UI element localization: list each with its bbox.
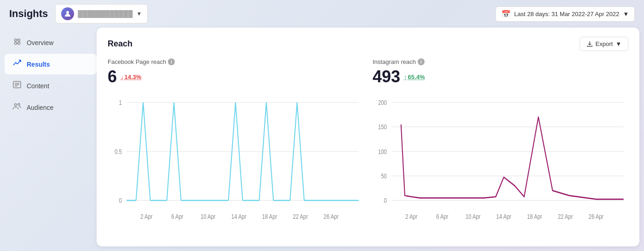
instagram-stat-number: 493	[373, 67, 400, 86]
svg-text:26 Apr: 26 Apr	[324, 213, 339, 221]
instagram-stat-row: 493 ↑ 65.4%	[373, 67, 628, 86]
facebook-stat-row: 6 ↓ 14.3%	[108, 67, 363, 86]
instagram-info-icon[interactable]: i	[418, 58, 425, 65]
svg-text:50: 50	[381, 172, 387, 180]
page-title: Insights	[9, 8, 48, 20]
svg-text:18 Apr: 18 Apr	[262, 213, 277, 221]
svg-text:0.5: 0.5	[115, 148, 122, 155]
date-range-arrow: ▼	[623, 11, 629, 17]
facebook-stat-number: 6	[108, 67, 117, 86]
svg-text:22 Apr: 22 Apr	[293, 213, 308, 221]
export-label: Export	[596, 40, 613, 47]
svg-text:26 Apr: 26 Apr	[589, 213, 604, 221]
instagram-chart-label: Instagram reach i	[373, 58, 628, 65]
svg-point-4	[18, 42, 20, 45]
svg-point-14	[18, 103, 20, 105]
svg-text:10 Apr: 10 Apr	[201, 213, 216, 221]
sidebar-item-audience[interactable]: Audience	[5, 97, 97, 118]
svg-text:150: 150	[378, 123, 387, 131]
svg-point-2	[18, 39, 20, 41]
svg-point-3	[15, 42, 17, 45]
instagram-chart-svg: 200 150 100 50 0 2 Apr 6 Apr 10 Apr 14 A…	[373, 90, 628, 237]
account-name: ████████████	[78, 10, 132, 17]
content-area: Reach Export ▼ Facebook Page reach i 6	[97, 28, 639, 246]
svg-text:18 Apr: 18 Apr	[527, 213, 542, 221]
facebook-change-arrow: ↓	[121, 74, 124, 80]
facebook-stat-change: ↓ 14.3%	[121, 74, 141, 80]
instagram-change-arrow: ↑	[404, 74, 407, 80]
facebook-info-icon[interactable]: i	[168, 58, 175, 65]
svg-point-0	[66, 11, 69, 14]
overview-icon	[12, 37, 22, 48]
svg-text:2 Apr: 2 Apr	[405, 213, 418, 221]
facebook-chart-wrapper: 1 0.5 0 2 Apr 6 Apr 10 Apr 14 Apr 18 Apr…	[108, 90, 363, 237]
header-left: Insights ████████████ ▼	[9, 4, 148, 23]
svg-text:0: 0	[119, 197, 122, 205]
facebook-chart-label: Facebook Page reach i	[108, 58, 363, 65]
account-dropdown-arrow: ▼	[136, 11, 142, 17]
account-avatar	[61, 7, 74, 20]
sidebar-overview-label: Overview	[27, 39, 53, 46]
header: Insights ████████████ ▼ 📅 Last 28 days: …	[0, 0, 644, 28]
facebook-chart-section: Facebook Page reach i 6 ↓ 14.3%	[108, 58, 363, 237]
sidebar-item-results[interactable]: Results	[5, 54, 97, 74]
date-range-label: Last 28 days: 31 Mar 2022-27 Apr 2022	[514, 11, 619, 17]
svg-text:100: 100	[378, 148, 387, 155]
sidebar-results-label: Results	[27, 61, 50, 68]
content-header: Reach Export ▼	[108, 37, 628, 51]
svg-point-13	[15, 104, 17, 106]
sidebar-item-content[interactable]: Content	[5, 75, 97, 96]
svg-text:0: 0	[384, 197, 387, 205]
date-range-selector[interactable]: 📅 Last 28 days: 31 Mar 2022-27 Apr 2022 …	[495, 6, 635, 22]
svg-point-1	[15, 39, 17, 41]
svg-text:6 Apr: 6 Apr	[436, 213, 448, 221]
charts-grid: Facebook Page reach i 6 ↓ 14.3%	[108, 58, 628, 237]
content-icon	[12, 80, 22, 91]
svg-text:2 Apr: 2 Apr	[140, 213, 153, 221]
account-selector[interactable]: ████████████ ▼	[55, 4, 148, 23]
instagram-chart-section: Instagram reach i 493 ↑ 65.4%	[373, 58, 628, 237]
instagram-chart-wrapper: 200 150 100 50 0 2 Apr 6 Apr 10 Apr 14 A…	[373, 90, 628, 237]
facebook-chart-svg: 1 0.5 0 2 Apr 6 Apr 10 Apr 14 Apr 18 Apr…	[108, 90, 363, 237]
export-icon	[586, 41, 593, 47]
instagram-stat-change: ↑ 65.4%	[404, 74, 425, 80]
svg-text:14 Apr: 14 Apr	[231, 213, 247, 221]
sidebar-audience-label: Audience	[27, 104, 53, 111]
sidebar-content-label: Content	[27, 82, 49, 90]
svg-text:1: 1	[119, 99, 122, 107]
reach-title: Reach	[108, 39, 132, 49]
svg-text:10 Apr: 10 Apr	[466, 213, 481, 221]
svg-text:22 Apr: 22 Apr	[558, 213, 573, 221]
svg-text:200: 200	[378, 99, 387, 107]
audience-icon	[12, 102, 22, 113]
sidebar: Overview Results Content	[5, 28, 97, 246]
results-icon	[12, 58, 22, 70]
export-button[interactable]: Export ▼	[580, 37, 628, 51]
svg-text:6 Apr: 6 Apr	[171, 213, 184, 221]
main-layout: Overview Results Content	[0, 28, 644, 251]
export-arrow: ▼	[615, 40, 621, 47]
svg-text:14 Apr: 14 Apr	[496, 213, 512, 221]
sidebar-item-overview[interactable]: Overview	[5, 32, 97, 53]
calendar-icon: 📅	[501, 10, 511, 18]
